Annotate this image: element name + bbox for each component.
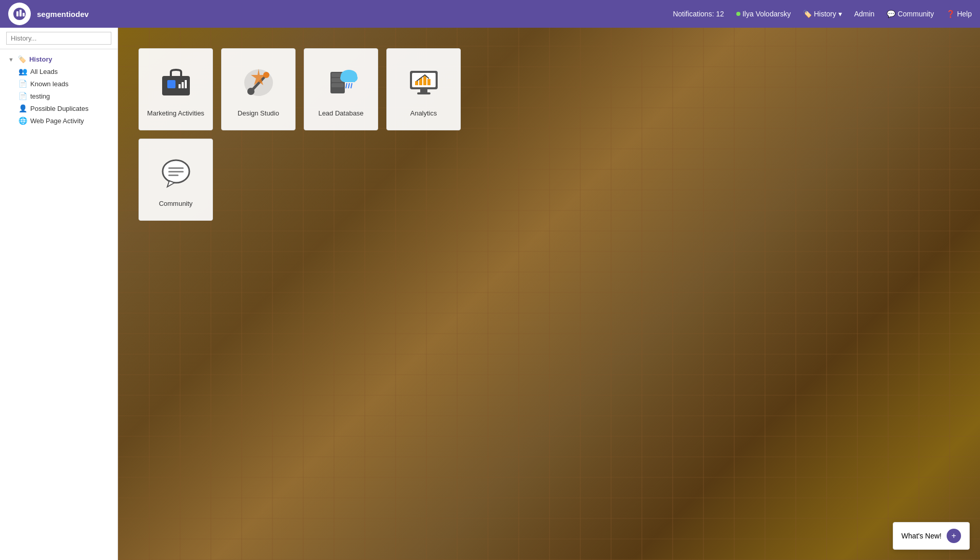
help-icon: ❓	[946, 10, 955, 18]
svg-rect-32	[427, 79, 430, 85]
web-page-icon: 🌐	[18, 117, 27, 125]
sidebar-item-testing[interactable]: 📄 testing	[0, 90, 117, 102]
svg-line-23	[348, 83, 349, 88]
user-status-dot	[736, 12, 740, 16]
sidebar-tree: ▼ 🏷️ History 👥 All Leads 📄 Known leads 📄…	[0, 49, 117, 560]
admin-nav[interactable]: Admin	[854, 10, 875, 18]
sidebar: ▼ 🏷️ History 👥 All Leads 📄 Known leads 📄…	[0, 28, 118, 560]
notifications-nav[interactable]: Notifications: 12	[673, 10, 724, 18]
tile-design-studio-label: Design Studio	[238, 109, 279, 117]
help-nav[interactable]: ❓ Help	[946, 10, 972, 18]
tile-marketing-activities[interactable]: Marketing Activities	[139, 48, 213, 130]
nav-items: Notifications: 12 Ilya Volodarsky 🏷️ His…	[673, 10, 972, 18]
community-icon	[155, 152, 197, 194]
svg-point-11	[247, 88, 254, 95]
community-nav-icon: 💬	[887, 10, 895, 18]
user-nav[interactable]: Ilya Volodarsky	[736, 10, 791, 18]
tile-analytics-label: Analytics	[410, 109, 437, 117]
svg-rect-5	[167, 80, 175, 88]
sidebar-item-known-leads[interactable]: 📄 Known leads	[0, 78, 117, 90]
history-tree-icon: 🏷️	[18, 55, 26, 63]
svg-rect-35	[168, 167, 184, 169]
testing-icon: 📄	[18, 92, 27, 100]
main-layout: ▼ 🏷️ History 👥 All Leads 📄 Known leads 📄…	[0, 28, 980, 560]
whats-new-panel[interactable]: What's New! +	[893, 522, 970, 550]
app-name: segmentiodev	[37, 10, 89, 18]
svg-rect-3	[23, 13, 25, 16]
tile-community-label: Community	[159, 200, 193, 207]
tile-design-studio[interactable]: Design Studio	[221, 48, 296, 130]
content-area: Marketing Activities	[118, 28, 980, 560]
marketing-activities-icon	[155, 62, 197, 103]
community-nav[interactable]: 💬 Community	[887, 10, 934, 18]
expand-icon: +	[951, 531, 956, 540]
history-icon: 🏷️	[803, 10, 812, 18]
svg-rect-37	[168, 175, 179, 176]
sidebar-item-history[interactable]: ▼ 🏷️ History	[0, 53, 117, 65]
duplicates-icon: 👤	[18, 104, 27, 112]
tile-lead-database[interactable]: Lead Database	[304, 48, 378, 130]
tree-expand-icon: ▼	[8, 56, 14, 63]
known-leads-icon: 📄	[18, 80, 27, 88]
svg-rect-21	[344, 78, 355, 82]
sidebar-search-input[interactable]	[6, 32, 111, 45]
sidebar-search-area	[0, 28, 117, 49]
svg-rect-28	[417, 92, 430, 94]
svg-line-22	[346, 83, 347, 88]
svg-rect-31	[423, 76, 426, 85]
top-navigation: segmentiodev Notifications: 12 Ilya Volo…	[0, 0, 980, 28]
whats-new-expand-button[interactable]: +	[947, 529, 961, 543]
tile-community[interactable]: Community	[139, 139, 213, 221]
svg-rect-29	[415, 81, 418, 85]
svg-rect-17	[331, 83, 344, 87]
tiles-container: Marketing Activities	[139, 48, 461, 221]
history-nav[interactable]: 🏷️ History ▾	[803, 10, 842, 18]
app-logo[interactable]	[8, 3, 31, 25]
sidebar-item-all-leads[interactable]: 👥 All Leads	[0, 65, 117, 78]
sidebar-item-web-page-activity[interactable]: 🌐 Web Page Activity	[0, 114, 117, 127]
whats-new-label: What's New!	[901, 532, 942, 540]
svg-rect-6	[179, 84, 181, 88]
svg-rect-8	[185, 80, 187, 88]
history-dropdown-icon: ▾	[838, 10, 842, 18]
svg-rect-1	[16, 11, 18, 16]
all-leads-icon: 👥	[18, 67, 27, 75]
tile-analytics[interactable]: Analytics	[386, 48, 461, 130]
lead-database-icon	[321, 62, 362, 103]
svg-rect-27	[420, 89, 427, 92]
design-studio-icon	[238, 62, 279, 103]
svg-line-24	[351, 83, 352, 88]
svg-rect-36	[168, 171, 184, 172]
sidebar-item-possible-duplicates[interactable]: 👤 Possible Duplicates	[0, 102, 117, 114]
tile-lead-database-label: Lead Database	[318, 109, 363, 117]
svg-rect-2	[19, 10, 22, 16]
analytics-icon	[403, 62, 444, 103]
svg-rect-7	[182, 82, 184, 88]
tile-marketing-activities-label: Marketing Activities	[147, 109, 204, 117]
